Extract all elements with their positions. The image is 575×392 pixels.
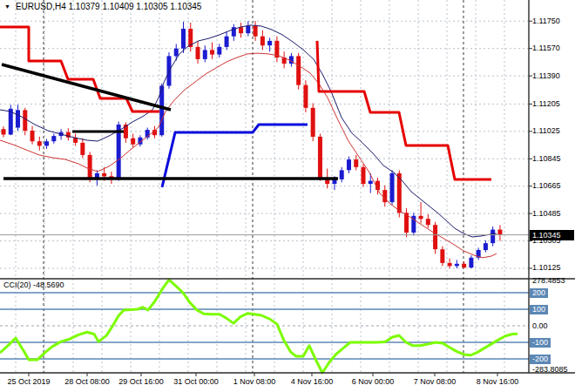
time-axis-label: 28 Oct 08:00 [64, 377, 110, 387]
symbol-dropdown-icon[interactable]: ▼ [4, 3, 10, 10]
candle-body [2, 129, 6, 134]
candle-body [484, 243, 488, 250]
candle-body [440, 249, 444, 263]
candle-body [362, 167, 366, 184]
candle-body [448, 263, 452, 267]
time-axis-label: 6 Nov 00:00 [352, 377, 395, 387]
candle-body [369, 181, 373, 185]
cci-indicator-label: CCI(20) -48.5690 [3, 280, 64, 289]
candle-body [225, 37, 229, 47]
candle-body [340, 170, 344, 179]
price-axis-label: 1.10665 [532, 181, 561, 191]
candle-body [354, 159, 358, 167]
price-axis-label: 1.11025 [532, 126, 560, 136]
time-axis-label: 25 Oct 2019 [7, 377, 50, 387]
candle-body [16, 110, 20, 127]
chart-title-text: EURUSD,H4 1.10379 1.10409 1.10305 1.1034… [16, 2, 202, 11]
candle-body [260, 37, 265, 46]
candle-body [462, 264, 466, 267]
candle-body [51, 136, 56, 141]
trend-step-red-right [317, 41, 491, 179]
candle-body [196, 47, 200, 59]
candle-body [80, 143, 85, 155]
candle-body [347, 159, 351, 170]
candle-body [174, 49, 179, 57]
cci-min-label: -283.8085 [532, 365, 568, 375]
candlestick-chart-canvas[interactable] [0, 0, 575, 392]
time-axis-label: 29 Oct 16:00 [118, 377, 164, 387]
candle-body [44, 141, 49, 145]
candle-body [390, 173, 395, 202]
candle-body [469, 258, 473, 267]
candle-body [296, 56, 301, 84]
candle-body [490, 230, 495, 244]
mt4-chart-window: ▼EURUSD,H4 1.10379 1.10409 1.10305 1.103… [0, 0, 575, 392]
candle-body [102, 173, 106, 177]
candle-body [311, 108, 315, 137]
price-axis-label: 1.10485 [532, 209, 561, 219]
time-axis-label: 8 Nov 16:00 [477, 377, 519, 387]
price-axis-label: 1.11205 [532, 99, 560, 109]
candle-body [426, 219, 430, 225]
cci-zero-label: 0.00 [532, 321, 548, 331]
cci-level-badge: 200 [530, 288, 548, 298]
candle-body [433, 225, 437, 249]
candle-body [267, 41, 272, 45]
bid-price-badge: 1.10345 [530, 230, 574, 240]
candle-body [318, 137, 322, 178]
time-axis-label: 31 Oct 00:00 [173, 377, 219, 387]
candle-body [88, 155, 92, 179]
candle-body [419, 216, 423, 220]
price-axis-label: 1.10125 [532, 263, 561, 273]
candle-body [131, 139, 135, 145]
price-axis-label: 1.11390 [532, 71, 560, 81]
candle-body [30, 131, 35, 141]
candle-body [203, 50, 207, 59]
black-trendline [2, 64, 171, 110]
candle-body [210, 50, 214, 54]
candle-body [246, 26, 250, 34]
candle-body [254, 26, 258, 37]
time-axis-label: 1 Nov 08:00 [233, 377, 276, 387]
cci-level-badge: -100 [530, 338, 551, 348]
candle-body [497, 230, 502, 235]
time-axis-label: 4 Nov 16:00 [291, 377, 334, 387]
candle-body [239, 27, 243, 33]
candle-body [37, 141, 42, 145]
candle-body [23, 110, 27, 131]
chart-title: ▼EURUSD,H4 1.10379 1.10409 1.10305 1.103… [4, 2, 201, 11]
cci-level-badge: 100 [530, 305, 548, 314]
price-axis-label: 1.11750 [532, 17, 560, 26]
time-axis-label: 7 Nov 08:00 [414, 377, 457, 387]
cci-level-badge: -200 [530, 355, 551, 364]
cci-max-label: 278.4853 [532, 276, 565, 286]
candle-body [455, 264, 459, 267]
candle-body [217, 47, 221, 55]
candle-body [303, 85, 308, 108]
price-axis-label: 1.11570 [532, 44, 560, 53]
price-axis-label: 1.10845 [532, 154, 561, 164]
candle-body [181, 29, 186, 49]
